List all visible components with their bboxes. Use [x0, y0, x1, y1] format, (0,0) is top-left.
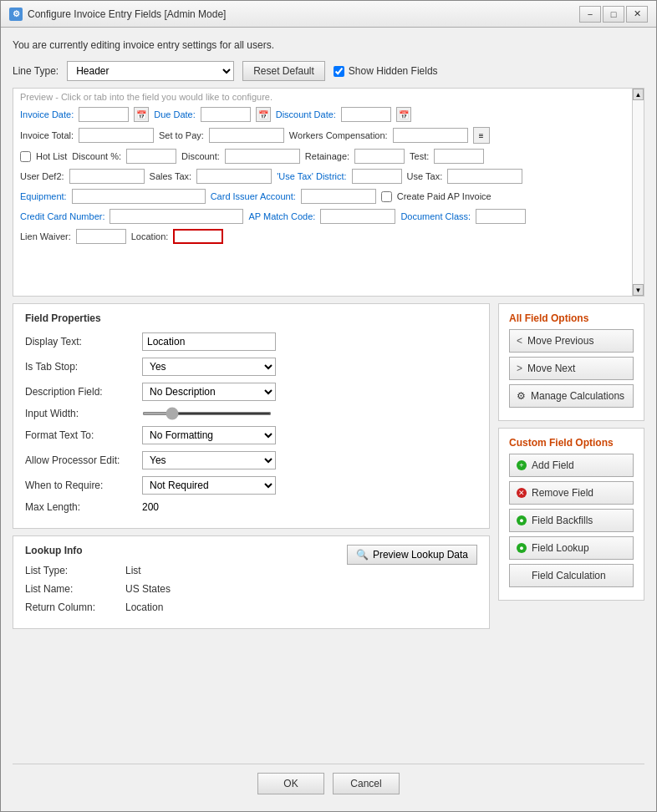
title-bar-controls: − □ ✕ — [579, 6, 648, 23]
card-issuer-label[interactable]: Card Issuer Account: — [211, 191, 296, 201]
field-calculation-button[interactable]: Field Calculation — [509, 564, 634, 587]
title-bar: ⚙ Configure Invoice Entry Fields [Admin … — [1, 1, 656, 28]
add-field-button[interactable]: + Add Field — [509, 454, 634, 477]
input-width-slider[interactable] — [142, 412, 272, 415]
lookup-info-title: Lookup Info — [25, 545, 83, 556]
invoice-total-input[interactable] — [79, 128, 154, 143]
preview-scrollbar[interactable]: ▲ ▼ — [632, 89, 644, 296]
use-tax-input[interactable] — [447, 169, 522, 184]
list-name-value: US States — [125, 583, 171, 595]
list-type-label: List Type: — [25, 565, 125, 576]
preview-section: Preview - Click or tab into the field yo… — [13, 88, 644, 297]
all-field-options-title: All Field Options — [509, 312, 634, 324]
document-class-input[interactable] — [476, 209, 526, 224]
description-field-label: Description Field: — [25, 386, 142, 398]
discount-date-input[interactable] — [341, 107, 391, 122]
field-backfills-icon: ● — [517, 515, 527, 525]
equipment-input[interactable] — [72, 189, 206, 204]
set-to-pay-input[interactable] — [209, 128, 284, 143]
move-next-button[interactable]: > Move Next — [509, 357, 634, 380]
workers-comp-label: Workers Compensation: — [289, 130, 388, 140]
manage-calculations-button[interactable]: ⚙ Manage Calculations — [509, 384, 634, 408]
cancel-button[interactable]: Cancel — [333, 773, 400, 794]
due-date-calendar[interactable]: 📅 — [256, 107, 271, 122]
workers-comp-input[interactable] — [393, 128, 468, 143]
app-icon: ⚙ — [9, 8, 23, 21]
preview-lookup-btn[interactable]: 🔍 Preview Lookup Data — [347, 545, 477, 565]
max-length-value: 200 — [142, 501, 477, 513]
info-text: You are currently editing invoice entry … — [13, 36, 644, 54]
preview-row-4: User Def2: Sales Tax: 'Use Tax' District… — [20, 169, 637, 184]
use-tax-label: Use Tax: — [407, 171, 443, 181]
discount-input[interactable] — [225, 149, 300, 164]
remove-field-button[interactable]: ✕ Remove Field — [509, 481, 634, 505]
use-tax-district-input[interactable] — [352, 169, 402, 184]
show-hidden-fields-checkbox[interactable] — [334, 66, 344, 77]
input-width-value — [142, 412, 477, 415]
location-input[interactable] — [173, 229, 223, 244]
workers-comp-list-btn[interactable]: ≡ — [473, 127, 490, 144]
format-text-select[interactable]: No Formatting Uppercase Lowercase — [142, 426, 276, 444]
tab-stop-value: Yes No — [142, 358, 477, 376]
minimize-button[interactable]: − — [579, 6, 601, 23]
invoice-total-label: Invoice Total: — [20, 130, 74, 140]
lien-waiver-input[interactable] — [76, 229, 126, 244]
maximize-button[interactable]: □ — [603, 6, 624, 23]
max-length-text: 200 — [142, 501, 159, 513]
scroll-down-btn[interactable]: ▼ — [633, 284, 644, 296]
window-content: You are currently editing invoice entry … — [1, 28, 656, 811]
tab-stop-select[interactable]: Yes No — [142, 358, 276, 376]
invoice-date-label[interactable]: Invoice Date: — [20, 109, 74, 119]
discount-pct-label: Discount %: — [72, 151, 121, 161]
processor-edit-select[interactable]: Yes No — [142, 451, 276, 469]
ap-match-input[interactable] — [320, 209, 395, 224]
card-issuer-input[interactable] — [301, 189, 376, 204]
discount-date-label[interactable]: Discount Date: — [276, 109, 336, 119]
description-field-select[interactable]: No Description Field 1 — [142, 383, 276, 401]
test-input[interactable] — [434, 149, 484, 164]
due-date-input[interactable] — [201, 107, 251, 122]
lookup-header-row: Lookup Info 🔍 Preview Lookup Data — [25, 545, 477, 565]
field-backfills-button[interactable]: ● Field Backfills — [509, 509, 634, 532]
preview-row-2: Invoice Total: Set to Pay: Workers Compe… — [20, 127, 637, 144]
move-previous-button[interactable]: < Move Previous — [509, 329, 634, 353]
document-class-label[interactable]: Document Class: — [400, 211, 471, 221]
discount-date-calendar[interactable]: 📅 — [396, 107, 411, 122]
close-button[interactable]: ✕ — [626, 6, 648, 23]
line-type-label: Line Type: — [13, 65, 59, 77]
preview-label: Preview - Click or tab into the field yo… — [13, 89, 644, 104]
user-def2-input[interactable] — [69, 169, 145, 184]
all-field-options-panel: All Field Options < Move Previous > Move… — [498, 303, 644, 421]
invoice-date-calendar[interactable]: 📅 — [134, 107, 149, 122]
scroll-up-btn[interactable]: ▲ — [633, 89, 644, 100]
right-panel: All Field Options < Move Previous > Move… — [498, 303, 644, 750]
equipment-label[interactable]: Equipment: — [20, 191, 67, 201]
ok-button[interactable]: OK — [257, 773, 324, 794]
create-paid-ap-checkbox[interactable] — [381, 191, 392, 202]
main-window: ⚙ Configure Invoice Entry Fields [Admin … — [0, 0, 657, 812]
reset-default-button[interactable]: Reset Default — [242, 61, 325, 81]
retainage-input[interactable] — [354, 149, 405, 164]
lookup-list-name-row: List Name: US States — [25, 583, 477, 595]
custom-field-options-panel: Custom Field Options + Add Field ✕ Remov… — [498, 428, 644, 601]
invoice-date-input[interactable] — [79, 107, 129, 122]
discount-label: Discount: — [181, 151, 220, 161]
line-type-select[interactable]: Header Detail Footer — [67, 61, 234, 81]
line-type-row: Line Type: Header Detail Footer Reset De… — [13, 61, 644, 81]
credit-card-input[interactable] — [110, 209, 243, 224]
prop-row-processor-edit: Allow Processor Edit: Yes No — [25, 451, 477, 469]
description-field-value: No Description Field 1 — [142, 383, 477, 401]
credit-card-label[interactable]: Credit Card Number: — [20, 211, 104, 221]
sales-tax-input[interactable] — [196, 169, 272, 184]
field-properties-title: Field Properties — [25, 312, 477, 324]
field-lookup-button[interactable]: ● Field Lookup — [509, 536, 634, 560]
preview-row-3: Hot List Discount %: Discount: Retainage… — [20, 149, 637, 164]
ap-match-label[interactable]: AP Match Code: — [248, 211, 315, 221]
lookup-info-panel: Lookup Info 🔍 Preview Lookup Data List T… — [13, 535, 490, 629]
when-require-select[interactable]: Not Required Always On Save — [142, 476, 276, 495]
discount-pct-input[interactable] — [126, 149, 176, 164]
hot-list-checkbox[interactable] — [20, 151, 31, 162]
display-text-input[interactable] — [142, 332, 276, 351]
use-tax-district-label[interactable]: 'Use Tax' District: — [277, 171, 346, 181]
due-date-label[interactable]: Due Date: — [154, 109, 196, 119]
